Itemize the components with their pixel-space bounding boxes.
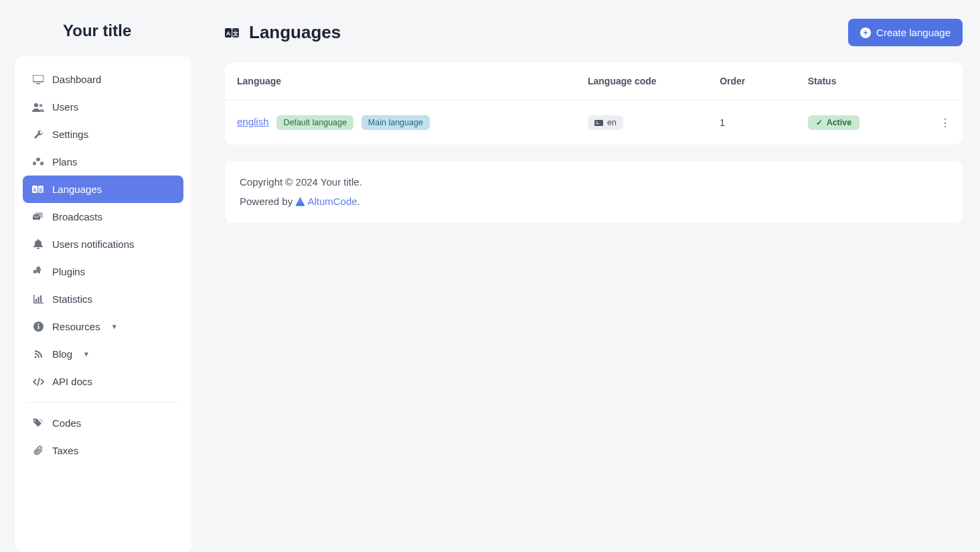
- paperclip-icon: [32, 445, 44, 456]
- sidebar-item-label: Users: [52, 101, 78, 113]
- table-row: english Default language Main language e…: [225, 100, 963, 145]
- sidebar-item-label: Plugins: [52, 266, 85, 277]
- table-header-order: Order: [708, 62, 796, 100]
- rss-icon: [32, 350, 44, 359]
- sidebar-item-users-notifications[interactable]: Users notifications: [23, 230, 183, 258]
- svg-rect-11: [37, 297, 39, 302]
- button-label: Create language: [876, 27, 951, 38]
- wrench-icon: [32, 129, 44, 139]
- code-icon: [32, 378, 44, 386]
- sidebar-item-label: Blog: [52, 348, 72, 360]
- monitor-icon: [32, 75, 44, 84]
- table-header-language: Language: [225, 62, 576, 100]
- sidebar-item-label: Languages: [52, 184, 102, 195]
- caret-down-icon: ▼: [111, 323, 118, 330]
- svg-point-16: [35, 356, 37, 358]
- table-header-code: Language code: [576, 62, 708, 100]
- copyright-text: Copyright © 2024 Your title.: [240, 173, 948, 192]
- create-language-button[interactable]: + Create language: [848, 19, 963, 46]
- plus-circle-icon: +: [860, 27, 871, 38]
- sidebar-item-codes[interactable]: Codes: [23, 409, 183, 437]
- check-icon: ✓: [816, 118, 823, 127]
- mail-bulk-icon: [32, 212, 44, 222]
- svg-point-15: [37, 324, 39, 325]
- id-card-icon: [594, 120, 603, 126]
- svg-rect-24: [596, 123, 599, 124]
- sidebar-item-settings[interactable]: Settings: [23, 121, 183, 148]
- svg-text:A: A: [33, 188, 36, 192]
- altumcode-logo-icon: [295, 197, 305, 206]
- svg-text:A: A: [226, 30, 231, 37]
- languages-table: Language Language code Order Status engl…: [225, 62, 963, 145]
- status-text: Active: [827, 118, 852, 127]
- chart-icon: [32, 295, 44, 303]
- sidebar-item-languages[interactable]: A文 Languages: [23, 176, 183, 203]
- sidebar: Dashboard Users Settings Plans: [15, 56, 191, 552]
- cubes-icon: [32, 157, 44, 167]
- row-actions-button[interactable]: ⋮: [928, 100, 963, 145]
- caret-down-icon: ▼: [83, 350, 90, 358]
- language-name-link[interactable]: english: [237, 116, 269, 127]
- sidebar-item-dashboard[interactable]: Dashboard: [23, 66, 183, 93]
- sidebar-item-label: Plans: [52, 156, 78, 167]
- language-icon: A文: [32, 185, 44, 194]
- bell-icon: [32, 239, 44, 249]
- svg-rect-1: [36, 83, 40, 84]
- svg-point-2: [34, 103, 38, 107]
- svg-rect-10: [35, 299, 37, 302]
- svg-rect-14: [37, 326, 39, 329]
- sidebar-item-broadcasts[interactable]: Broadcasts: [23, 203, 183, 230]
- svg-text:文: 文: [38, 188, 43, 192]
- code-text: en: [607, 118, 617, 127]
- sidebar-item-api-docs[interactable]: API docs: [23, 368, 183, 395]
- sidebar-item-label: Codes: [52, 417, 81, 429]
- languages-table-card: Language Language code Order Status engl…: [225, 62, 963, 145]
- svg-rect-23: [596, 121, 598, 122]
- svg-rect-0: [33, 75, 44, 82]
- table-header-status: Status: [796, 62, 928, 100]
- svg-rect-22: [594, 120, 603, 126]
- powered-by-suffix: .: [357, 196, 360, 207]
- sidebar-item-plans[interactable]: Plans: [23, 148, 183, 176]
- sidebar-item-users[interactable]: Users: [23, 93, 183, 121]
- language-code-badge: en: [588, 115, 623, 130]
- default-language-badge: Default language: [276, 115, 353, 130]
- svg-rect-12: [40, 295, 42, 302]
- sidebar-item-label: Taxes: [52, 445, 78, 456]
- sidebar-divider: [27, 402, 179, 403]
- language-icon: A文: [225, 27, 240, 38]
- svg-rect-9: [35, 212, 43, 218]
- users-icon: [32, 102, 44, 112]
- brand-title: Your title: [15, 16, 191, 56]
- svg-point-17: [34, 420, 35, 421]
- sidebar-item-label: Settings: [52, 129, 88, 140]
- powered-by-prefix: Powered by: [240, 196, 295, 207]
- footer: Copyright © 2024 Your title. Powered by …: [225, 161, 963, 223]
- sidebar-item-label: Broadcasts: [52, 211, 102, 222]
- sidebar-item-label: API docs: [52, 376, 92, 387]
- sidebar-item-label: Dashboard: [52, 74, 101, 85]
- svg-point-3: [39, 104, 43, 107]
- sidebar-item-label: Resources: [52, 321, 100, 332]
- tags-icon: [32, 419, 44, 427]
- info-icon: [32, 322, 44, 332]
- main-language-badge: Main language: [361, 115, 430, 130]
- status-badge: ✓ Active: [808, 115, 860, 130]
- page-title: Languages: [249, 22, 341, 43]
- page-header: A文 Languages + Create language: [225, 16, 963, 62]
- altumcode-link[interactable]: AltumCode: [307, 196, 357, 207]
- order-value: 1: [708, 100, 796, 145]
- sidebar-item-resources[interactable]: Resources ▼: [23, 313, 183, 340]
- sidebar-item-label: Statistics: [52, 293, 92, 305]
- sidebar-item-label: Users notifications: [52, 238, 135, 250]
- sidebar-item-plugins[interactable]: Plugins: [23, 258, 183, 285]
- puzzle-icon: [32, 267, 44, 277]
- sidebar-item-taxes[interactable]: Taxes: [23, 437, 183, 464]
- sidebar-item-statistics[interactable]: Statistics: [23, 285, 183, 313]
- svg-text:文: 文: [232, 31, 238, 37]
- sidebar-item-blog[interactable]: Blog ▼: [23, 340, 183, 368]
